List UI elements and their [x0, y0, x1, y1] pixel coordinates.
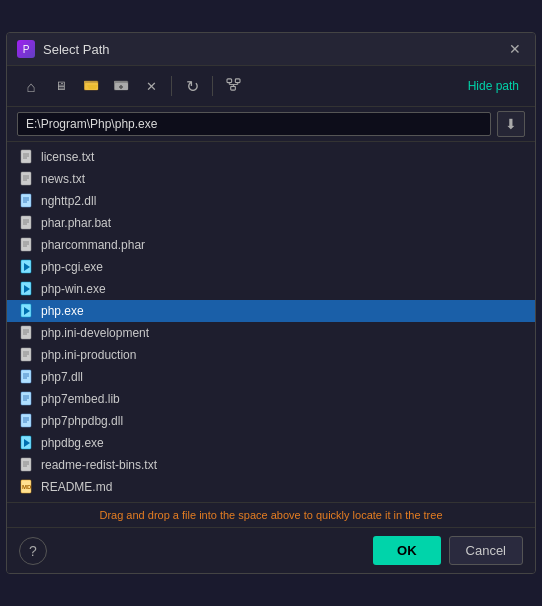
select-path-dialog: P Select Path ✕ ⌂ 🖥 [6, 32, 536, 574]
svg-rect-4 [114, 81, 120, 83]
file-icon: MD [19, 479, 35, 495]
file-icon [19, 193, 35, 209]
file-icon [19, 237, 35, 253]
home-icon: ⌂ [26, 78, 35, 95]
home-button[interactable]: ⌂ [17, 72, 45, 100]
file-icon [19, 325, 35, 341]
link-icon [226, 78, 241, 94]
file-name: pharcommand.phar [41, 238, 145, 252]
list-item[interactable]: php.exe [7, 300, 535, 322]
separator-1 [171, 76, 172, 96]
footer-buttons: OK Cancel [373, 536, 523, 565]
list-item[interactable]: MD README.md [7, 476, 535, 498]
list-item[interactable]: pharcommand.phar [7, 234, 535, 256]
list-item[interactable]: php7.dll [7, 366, 535, 388]
path-download-button[interactable]: ⬇ [497, 111, 525, 137]
ok-button[interactable]: OK [373, 536, 441, 565]
title-bar: P Select Path ✕ [7, 33, 535, 66]
file-name: php-cgi.exe [41, 260, 103, 274]
file-name: php.exe [41, 304, 84, 318]
open-folder-button[interactable] [77, 72, 105, 100]
svg-rect-9 [235, 79, 240, 83]
close-dialog-button[interactable]: ✕ [505, 39, 525, 59]
toolbar-close-icon: ✕ [146, 79, 157, 94]
list-item[interactable]: news.txt [7, 168, 535, 190]
file-icon [19, 413, 35, 429]
list-item[interactable]: license.txt [7, 146, 535, 168]
dialog-title: Select Path [43, 42, 497, 57]
list-item[interactable]: phar.phar.bat [7, 212, 535, 234]
path-bar: ⬇ [7, 107, 535, 142]
file-name: php.ini-production [41, 348, 136, 362]
list-item[interactable]: nghttp2.dll [7, 190, 535, 212]
refresh-icon: ↻ [186, 77, 199, 96]
file-icon [19, 457, 35, 473]
file-icon [19, 303, 35, 319]
footer: ? OK Cancel [7, 527, 535, 573]
file-name: news.txt [41, 172, 85, 186]
file-icon [19, 347, 35, 363]
refresh-button[interactable]: ↻ [178, 72, 206, 100]
file-icon [19, 215, 35, 231]
file-name: README.md [41, 480, 112, 494]
file-name: license.txt [41, 150, 94, 164]
svg-rect-10 [230, 86, 235, 90]
list-item[interactable]: php7phpdbg.dll [7, 410, 535, 432]
file-name: phar.phar.bat [41, 216, 111, 230]
hide-path-button[interactable]: Hide path [462, 75, 525, 97]
new-folder-button[interactable] [107, 72, 135, 100]
file-icon [19, 171, 35, 187]
list-item[interactable]: php-cgi.exe [7, 256, 535, 278]
toolbar-close-button[interactable]: ✕ [137, 72, 165, 100]
svg-rect-8 [227, 79, 232, 83]
path-input[interactable] [17, 112, 491, 136]
file-name: php.ini-development [41, 326, 149, 340]
file-icon [19, 435, 35, 451]
toolbar: ⌂ 🖥 [7, 66, 535, 107]
file-icon [19, 149, 35, 165]
list-item[interactable]: readme-redist-bins.txt [7, 454, 535, 476]
list-item[interactable]: php.ini-development [7, 322, 535, 344]
file-name: nghttp2.dll [41, 194, 96, 208]
separator-2 [212, 76, 213, 96]
file-name: php7embed.lib [41, 392, 120, 406]
app-icon: P [17, 40, 35, 58]
file-icon [19, 369, 35, 385]
file-icon [19, 259, 35, 275]
drag-hint: Drag and drop a file into the space abov… [7, 502, 535, 527]
monitor-icon: 🖥 [55, 79, 67, 93]
cancel-button[interactable]: Cancel [449, 536, 523, 565]
svg-text:MD: MD [22, 484, 32, 490]
folder-open-icon [84, 78, 99, 94]
file-name: php-win.exe [41, 282, 106, 296]
file-name: phpdbg.exe [41, 436, 104, 450]
file-list: license.txt news.txt nghttp2.dll phar.ph… [7, 142, 535, 502]
file-icon [19, 281, 35, 297]
list-item[interactable]: php.ini-production [7, 344, 535, 366]
file-name: readme-redist-bins.txt [41, 458, 157, 472]
file-name: php7phpdbg.dll [41, 414, 123, 428]
list-item[interactable]: phpdbg.exe [7, 432, 535, 454]
list-item[interactable]: php7embed.lib [7, 388, 535, 410]
network-button[interactable] [219, 72, 247, 100]
svg-rect-1 [84, 81, 90, 83]
desktop-button[interactable]: 🖥 [47, 72, 75, 100]
folder-add-icon [114, 78, 129, 94]
download-icon: ⬇ [505, 116, 517, 132]
file-name: php7.dll [41, 370, 83, 384]
help-button[interactable]: ? [19, 537, 47, 565]
list-item[interactable]: php-win.exe [7, 278, 535, 300]
file-icon [19, 391, 35, 407]
